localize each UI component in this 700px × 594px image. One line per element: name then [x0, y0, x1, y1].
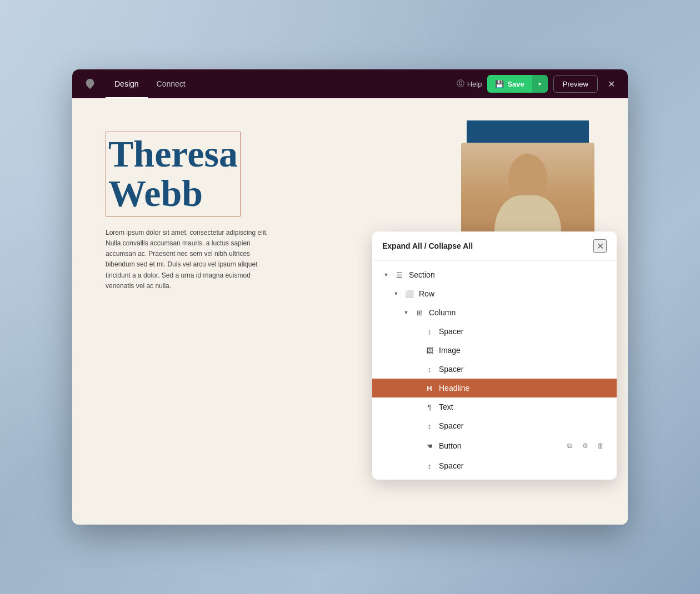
tree-item-spacer-4[interactable]: ↕ Spacer [372, 456, 617, 475]
panel-header: Expand All / Collapse All ✕ [372, 231, 617, 261]
spacer-1-label: Spacer [439, 327, 607, 336]
save-dropdown-arrow[interactable]: ▾ [532, 75, 548, 93]
preview-button[interactable]: Preview [553, 75, 598, 93]
spacer-icon-3: ↕ [424, 421, 434, 431]
app-window: Design Connect ⓪ Help 💾 Save ▾ Preview ✕ [72, 69, 628, 525]
nav-right: ⓪ Help 💾 Save ▾ Preview ✕ [457, 75, 619, 93]
headline-text: TheresaWebb [108, 134, 238, 214]
nav-tabs: Design Connect [106, 69, 457, 98]
help-circle-icon: ⓪ [457, 79, 464, 89]
column-label: Column [429, 308, 607, 317]
tree-item-row[interactable]: ⬜ Row [372, 284, 617, 303]
column-icon: ⊞ [414, 308, 424, 318]
main-content: TheresaWebb Lorem ipsum dolor sit amet, … [72, 98, 628, 525]
tree-arrow-row [392, 290, 400, 298]
tree-item-column[interactable]: ⊞ Column [372, 303, 617, 322]
spacer-icon-4: ↕ [424, 461, 434, 471]
tree-actions-button: ⧉ ⚙ 🗑 [563, 440, 607, 452]
save-button[interactable]: 💾 Save [487, 76, 532, 92]
tab-design[interactable]: Design [106, 69, 148, 98]
settings-button[interactable]: ⚙ [579, 440, 591, 452]
section-label: Section [409, 270, 607, 279]
image-label: Image [439, 346, 607, 355]
tree-item-spacer-2[interactable]: ↕ Spacer [372, 360, 617, 379]
headline-label: Headline [439, 384, 607, 392]
text-label: Text [439, 402, 607, 411]
spacer-icon-2: ↕ [424, 364, 434, 374]
save-button-group: 💾 Save ▾ [487, 75, 547, 93]
copy-button[interactable]: ⧉ [563, 440, 576, 452]
body-text: Lorem ipsum dolor sit amet, consectetur … [106, 228, 272, 291]
row-icon: ⬜ [404, 289, 414, 299]
headline-icon: H [424, 383, 434, 393]
button-label: Button [439, 441, 559, 450]
panel-title: Expand All / Collapse All [382, 241, 473, 250]
button-icon: ☚ [424, 441, 434, 451]
tree-item-image[interactable]: 🖼 Image [372, 341, 617, 360]
text-icon: ¶ [424, 402, 434, 412]
tree-arrow-column [402, 309, 410, 316]
tree-item-spacer-3[interactable]: ↕ Spacer [372, 416, 617, 435]
nav-bar: Design Connect ⓪ Help 💾 Save ▾ Preview ✕ [72, 69, 628, 98]
spacer-4-label: Spacer [439, 461, 607, 470]
tree-arrow-section [382, 271, 390, 279]
spacer-2-label: Spacer [439, 365, 607, 374]
save-icon: 💾 [495, 80, 504, 88]
row-label: Row [419, 289, 607, 298]
section-icon: ☰ [394, 270, 404, 280]
image-icon: 🖼 [424, 345, 434, 355]
panel-close-button[interactable]: ✕ [593, 239, 607, 253]
tree-item-spacer-1[interactable]: ↕ Spacer [372, 322, 617, 341]
spacer-3-label: Spacer [439, 421, 607, 430]
tree-item-section[interactable]: ☰ Section [372, 265, 617, 284]
panel-header-left: Expand All / Collapse All [382, 241, 473, 250]
tree-item-headline[interactable]: H Headline [372, 379, 617, 397]
app-logo [81, 75, 99, 93]
tab-connect[interactable]: Connect [148, 69, 194, 98]
panel-overlay: Expand All / Collapse All ✕ ☰ Section ⬜ … [372, 231, 617, 480]
help-button[interactable]: ⓪ Help [457, 79, 482, 89]
close-button[interactable]: ✕ [603, 76, 619, 92]
headline-box[interactable]: TheresaWebb [106, 132, 241, 217]
spacer-icon-1: ↕ [424, 326, 434, 336]
tree-item-button[interactable]: ☚ Button ⧉ ⚙ 🗑 [372, 435, 617, 456]
tree-item-text[interactable]: ¶ Text [372, 397, 617, 416]
element-tree: ☰ Section ⬜ Row ⊞ Column [372, 261, 617, 480]
delete-button[interactable]: 🗑 [594, 440, 607, 452]
